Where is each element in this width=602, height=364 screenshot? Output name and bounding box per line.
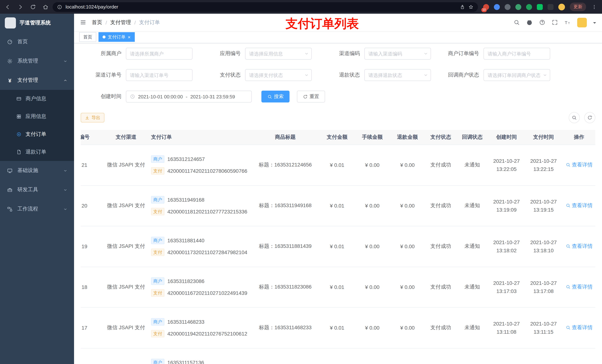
extension-icon[interactable] bbox=[548, 4, 553, 10]
sidebar-item-dev-tools[interactable]: 研发工具 bbox=[0, 180, 74, 199]
chevron-down-icon bbox=[63, 59, 67, 63]
notify-status: 未通知 bbox=[456, 267, 488, 307]
menu-fold-icon[interactable] bbox=[80, 19, 86, 26]
search-icon[interactable] bbox=[514, 19, 520, 26]
app-id-select[interactable] bbox=[245, 48, 312, 60]
show-search-toggle-icon[interactable] bbox=[569, 112, 580, 123]
sidebar-item-workflow[interactable]: 工作流程 bbox=[0, 199, 74, 219]
chevron-down-icon bbox=[63, 168, 67, 173]
sidebar-item-refund-order[interactable]: 退款订单 bbox=[0, 143, 74, 161]
view-detail-link[interactable]: 查看详情 bbox=[566, 202, 592, 209]
refresh-icon[interactable] bbox=[584, 112, 595, 123]
pay-order-no: 4200001167202110271022491439 bbox=[167, 290, 247, 296]
help-icon[interactable] bbox=[539, 19, 545, 26]
pay-order-cell: 商户 1635311881440 支付 42000011732021102728… bbox=[147, 226, 251, 267]
create-time-cell bbox=[488, 348, 525, 364]
merchant-order-no: 1635311823086 bbox=[167, 278, 204, 284]
forward-icon[interactable] bbox=[17, 3, 24, 10]
column-header: 商品标题 bbox=[251, 130, 320, 145]
pay-date: 2021-10-27 bbox=[525, 157, 562, 165]
refund-status-input[interactable] bbox=[364, 69, 431, 81]
tab-pay-order[interactable]: 支付订单 × bbox=[98, 32, 135, 42]
bookmark-star-icon[interactable] bbox=[468, 4, 473, 10]
extension-icon[interactable] bbox=[505, 4, 511, 10]
channel-code-input[interactable] bbox=[364, 48, 431, 60]
extension-icon[interactable] bbox=[526, 4, 532, 10]
github-icon[interactable] bbox=[526, 19, 533, 26]
filter-label: 商户订单编号 bbox=[438, 50, 484, 57]
reset-button[interactable]: 重置 bbox=[297, 91, 325, 103]
url-bar[interactable]: localhost:1024/pay/order bbox=[53, 2, 478, 12]
tab-label: 支付订单 bbox=[108, 34, 126, 40]
sidebar-item-infrastructure[interactable]: 基础设施 bbox=[0, 161, 74, 180]
breadcrumb-payment[interactable]: 支付管理 bbox=[110, 19, 131, 26]
sidebar-item-app-info[interactable]: 应用信息 bbox=[0, 108, 74, 125]
create-time-cell: 2021-10-27 13:22:05 bbox=[488, 145, 525, 185]
view-detail-link[interactable]: 查看详情 bbox=[566, 324, 592, 331]
url-text: localhost:1024/pay/order bbox=[65, 4, 456, 10]
site-info-icon[interactable] bbox=[57, 4, 62, 10]
export-button[interactable]: 导出 bbox=[81, 113, 104, 123]
fullscreen-icon[interactable] bbox=[552, 19, 558, 26]
table-row: 18 微信 JSAPI 支付 商户 1635311823086 bbox=[81, 267, 595, 307]
view-detail-link[interactable]: 查看详情 bbox=[566, 162, 592, 168]
pay-badge: 支付 bbox=[151, 289, 164, 297]
sidebar-item-home[interactable]: 首页 bbox=[0, 32, 74, 52]
user-avatar[interactable] bbox=[577, 18, 587, 27]
notify-status-input[interactable] bbox=[484, 69, 550, 81]
sidebar-item-system[interactable]: 系统管理 bbox=[0, 52, 74, 71]
create-time-range[interactable]: 2021-10-01 00:00:00 - 2021-10-31 23:59:5… bbox=[126, 91, 252, 103]
pay-status-select[interactable] bbox=[245, 69, 312, 81]
pay-time-cell: 2021-10-27 13:19:15 bbox=[525, 185, 562, 226]
sidebar-item-payment[interactable]: ¥ 支付管理 bbox=[0, 71, 74, 90]
extension-icon[interactable] bbox=[494, 4, 500, 10]
pay-status-input[interactable] bbox=[245, 69, 312, 81]
view-detail-label: 查看详情 bbox=[572, 243, 592, 250]
close-icon[interactable]: × bbox=[128, 35, 130, 39]
merchant-order-no-input[interactable] bbox=[484, 48, 550, 60]
extension-icon[interactable] bbox=[558, 3, 565, 10]
merchant-select[interactable] bbox=[126, 48, 193, 60]
chevron-down-icon[interactable] bbox=[593, 22, 596, 25]
main-area: 首页 / 支付管理 / 支付订单 支付订单列表 TT bbox=[74, 14, 602, 364]
home-icon[interactable] bbox=[42, 3, 49, 10]
header-actions: TT bbox=[514, 18, 596, 27]
refund-status-select[interactable] bbox=[364, 69, 431, 81]
breadcrumb-home[interactable]: 首页 bbox=[92, 19, 102, 26]
pay-time-cell: 2021-10-27 13:22:15 bbox=[525, 145, 562, 185]
notify-status-select[interactable] bbox=[484, 69, 550, 81]
app-id-input[interactable] bbox=[245, 48, 312, 60]
merchant-input[interactable] bbox=[126, 48, 193, 60]
font-size-icon[interactable]: TT bbox=[564, 19, 571, 26]
view-detail-link[interactable]: 查看详情 bbox=[566, 243, 592, 250]
search-button[interactable]: 搜索 bbox=[261, 91, 290, 103]
tab-home[interactable]: 首页 bbox=[79, 32, 96, 42]
browser-menu-icon[interactable] bbox=[591, 3, 598, 10]
pay-status: 支付成功 bbox=[425, 307, 456, 348]
extension-icon[interactable] bbox=[515, 4, 521, 10]
channel-order-no-input[interactable] bbox=[126, 69, 193, 81]
search-button-label: 搜索 bbox=[274, 93, 284, 100]
tags-view: 首页 支付订单 × bbox=[74, 31, 602, 43]
order-id: 17 bbox=[81, 307, 105, 348]
merchant-order-no-field[interactable] bbox=[484, 48, 550, 60]
product-title: 标题：1635311949168 bbox=[251, 185, 320, 226]
pay-date: 2021-10-27 bbox=[525, 238, 562, 246]
channel-code-select[interactable] bbox=[364, 48, 431, 60]
view-detail-link[interactable]: 查看详情 bbox=[566, 284, 592, 290]
pay-time-cell: 2021-10-27 13:11:15 bbox=[525, 307, 562, 348]
extension-icon[interactable]: 10 bbox=[483, 4, 489, 10]
extension-icon[interactable] bbox=[537, 4, 543, 10]
share-icon[interactable] bbox=[460, 4, 465, 10]
back-icon[interactable] bbox=[4, 3, 11, 10]
pay-status: 支付成功 bbox=[425, 226, 456, 267]
merchant-order-no: 1635311157136 bbox=[167, 360, 204, 364]
page-annotation: 支付订单列表 bbox=[285, 16, 359, 32]
sidebar-item-pay-order[interactable]: 支付订单 bbox=[0, 125, 74, 143]
browser-update-button[interactable]: 更新 bbox=[570, 3, 586, 11]
channel-order-no-field[interactable] bbox=[126, 69, 193, 81]
filter-label: 渠道订单号 bbox=[81, 72, 126, 78]
reload-icon[interactable] bbox=[30, 3, 36, 10]
sidebar-item-merchant-info[interactable]: 商户信息 bbox=[0, 90, 74, 108]
pay-clock: 13:17:08 bbox=[525, 287, 562, 295]
